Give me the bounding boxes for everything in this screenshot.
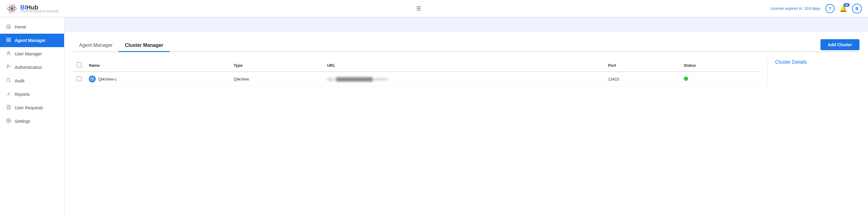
row-checkbox[interactable] xyxy=(76,76,82,81)
logo-subtitle: YOUR BI SEARCH ENGINE xyxy=(20,10,59,13)
sidebar-label-user-requests: User Requests xyxy=(15,105,43,110)
license-text: License expires in: 324 days xyxy=(770,6,820,11)
status-active-dot xyxy=(684,77,688,81)
sidebar-label-audit: Audit xyxy=(15,78,25,83)
cluster-details-section: Cluster Details xyxy=(768,60,860,86)
sidebar-label-user-manager: User Manager xyxy=(15,51,42,56)
add-cluster-button[interactable]: Add Cluster xyxy=(820,39,860,50)
home-icon xyxy=(6,24,11,30)
sidebar-label-home: Home xyxy=(15,25,26,29)
header-left: BIHub YOUR BI SEARCH ENGINE xyxy=(6,3,67,14)
th-url: URL xyxy=(323,60,604,72)
table-row[interactable]: QlikView-c QlikView http://█████████████… xyxy=(73,72,760,86)
header-right: License expires in: 324 days ? 🔔 56 B xyxy=(770,4,862,13)
svg-point-18 xyxy=(8,120,9,121)
sidebar-label-settings: Settings xyxy=(15,119,30,124)
tabs-bar: Agent Manager Cluster Manager Add Cluste… xyxy=(73,39,860,52)
row-name-cell: QlikView-c xyxy=(85,72,230,86)
row-port: 13415 xyxy=(604,72,680,86)
layout: Home Agent Manager User Manager Authenti… xyxy=(0,17,868,218)
svg-point-20 xyxy=(92,78,93,80)
sidebar-item-reports[interactable]: Reports xyxy=(0,87,64,101)
svg-rect-5 xyxy=(7,38,8,39)
svg-rect-7 xyxy=(9,40,10,42)
row-type: QlikView xyxy=(230,72,323,86)
sidebar-item-user-manager[interactable]: User Manager xyxy=(0,47,64,61)
svg-point-11 xyxy=(7,78,10,82)
select-all-checkbox[interactable] xyxy=(76,63,82,67)
sub-header xyxy=(64,17,868,32)
notifications-button[interactable]: 🔔 56 xyxy=(839,5,847,12)
svg-rect-8 xyxy=(7,40,8,42)
table-header-row: Name Type URL Port Status xyxy=(73,60,760,72)
notification-badge: 56 xyxy=(843,3,849,7)
logo-area: BIHub YOUR BI SEARCH ENGINE xyxy=(6,3,67,14)
th-port: Port xyxy=(604,60,680,72)
reports-icon xyxy=(6,91,11,97)
tabs-left: Agent Manager Cluster Manager xyxy=(73,39,169,51)
sidebar-label-agent-manager: Agent Manager xyxy=(15,38,46,43)
sidebar-item-settings[interactable]: Settings xyxy=(0,114,64,128)
qlikview-icon xyxy=(89,76,96,82)
user-manager-icon xyxy=(6,51,11,57)
sidebar-item-audit[interactable]: Audit xyxy=(0,74,64,87)
svg-point-1 xyxy=(11,7,13,10)
sidebar-label-authentication: Authentication xyxy=(15,65,42,70)
audit-icon xyxy=(6,78,11,84)
cluster-table: Name Type URL Port Status xyxy=(73,60,760,86)
row-checkbox-cell xyxy=(73,72,85,86)
th-name: Name xyxy=(85,60,230,72)
svg-line-12 xyxy=(9,81,10,82)
cluster-name-container: QlikView-c xyxy=(89,76,226,82)
sidebar-item-user-requests[interactable]: User Requests xyxy=(0,101,64,114)
user-avatar[interactable]: B xyxy=(852,4,862,13)
sidebar-label-reports: Reports xyxy=(15,92,30,97)
logo-text-area: BIHub YOUR BI SEARCH ENGINE xyxy=(20,4,59,13)
settings-icon xyxy=(6,118,11,124)
th-checkbox xyxy=(73,60,85,72)
tab-agent-manager[interactable]: Agent Manager xyxy=(73,39,119,52)
svg-point-10 xyxy=(7,65,8,66)
sidebar: Home Agent Manager User Manager Authenti… xyxy=(0,17,64,218)
sidebar-item-authentication[interactable]: Authentication xyxy=(0,61,64,74)
th-type: Type xyxy=(230,60,323,72)
th-status: Status xyxy=(680,60,760,72)
row-status-cell xyxy=(680,72,760,86)
content-area: Agent Manager Cluster Manager Add Cluste… xyxy=(64,32,868,218)
logo-icon xyxy=(6,3,18,14)
table-container: Name Type URL Port Status xyxy=(73,60,860,86)
row-name: QlikView-c xyxy=(98,77,117,81)
cluster-details-title: Cluster Details xyxy=(775,60,807,65)
user-requests-icon xyxy=(6,105,11,111)
top-header: BIHub YOUR BI SEARCH ENGINE ☰ License ex… xyxy=(0,0,868,17)
help-button[interactable]: ? xyxy=(826,4,835,13)
tab-cluster-manager[interactable]: Cluster Manager xyxy=(119,39,169,52)
svg-point-9 xyxy=(8,51,9,53)
row-url: http://██████████████.solutions xyxy=(323,72,604,86)
main-content: Agent Manager Cluster Manager Add Cluste… xyxy=(64,17,868,218)
authentication-icon xyxy=(6,64,11,70)
sidebar-item-agent-manager[interactable]: Agent Manager xyxy=(0,34,64,47)
agent-manager-icon xyxy=(6,37,11,43)
hamburger-button[interactable]: ☰ xyxy=(414,4,424,13)
svg-rect-6 xyxy=(9,38,10,39)
table-section: Name Type URL Port Status xyxy=(73,60,760,86)
url-text: http://██████████████.solutions xyxy=(327,77,388,81)
sidebar-item-home[interactable]: Home xyxy=(0,20,64,34)
